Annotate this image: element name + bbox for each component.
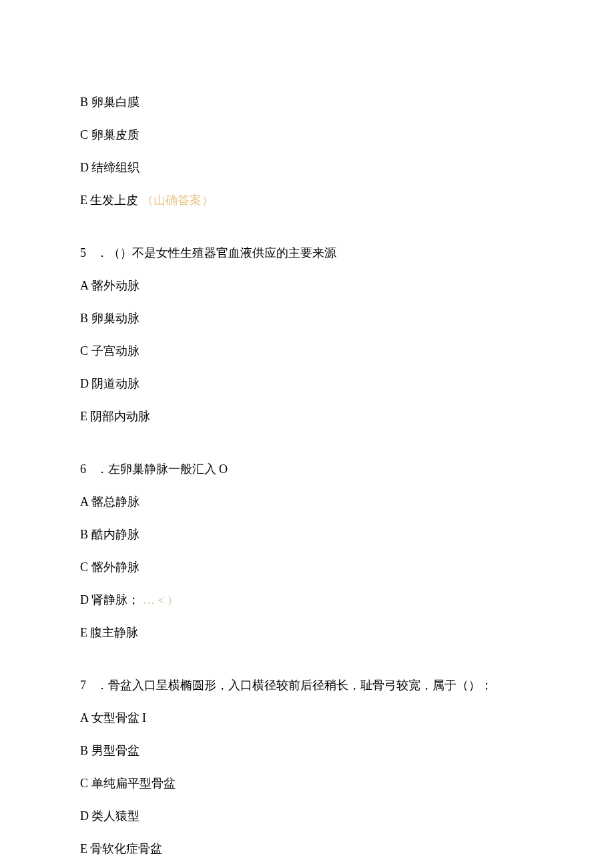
option-label: D 肾静脉； [80,593,140,606]
option-label: B 卵巢白膜 [80,95,139,109]
spacer [80,440,534,460]
option-label: A 髂外动脉 [80,279,139,292]
option-row: B 男型骨盆 [80,742,534,760]
option-row: B 卵巢白膜 [80,93,534,111]
option-row: C 髂外静脉 [80,558,534,576]
option-row: A 髂外动脉 [80,277,534,295]
option-row: C 单纯扁平型骨盆 [80,775,534,793]
question-number: 5 [80,244,93,262]
option-row: E 骨软化症骨盆 [80,840,534,858]
question-text: ．（）不是女性生殖器官血液供应的主要来源 [96,246,336,260]
spacer [80,657,534,677]
option-row: A 髂总静脉 [80,493,534,511]
question-stem: 6 ．左卵巢静脉一般汇入 O [80,460,534,478]
option-row: B 卵巢动脉 [80,310,534,328]
option-row: E 腹主静脉 [80,624,534,642]
option-label: D 结缔组织 [80,161,140,174]
option-label: A 女型骨盆 I [80,711,146,725]
option-row: C 卵巢皮质 [80,126,534,144]
option-row: D 肾静脉； …＜） [80,591,534,609]
option-label: E 生发上皮 [80,193,139,207]
option-label: C 髂外静脉 [80,560,139,574]
option-label: C 子宫动脉 [80,344,139,358]
option-row: A 女型骨盆 I [80,709,534,727]
option-label: B 酷内静脉 [80,528,139,541]
spacer [80,224,534,244]
option-label: E 腹主静脉 [80,626,139,639]
option-label: B 卵巢动脉 [80,312,139,325]
option-row: D 阴道动脉 [80,375,534,393]
question-text: ．骨盆入口呈横椭圆形，入口横径较前后径稍长，耻骨弓较宽，属于（）； [96,679,493,692]
document-page: B 卵巢白膜 C 卵巢皮质 D 结缔组织 E 生发上皮 （山确答案） 5 ．（）… [0,0,614,858]
option-label: E 阴部内动脉 [80,410,151,423]
option-label: E 骨软化症骨盆 [80,842,163,855]
option-label: C 卵巢皮质 [80,128,139,141]
option-row: D 结缔组织 [80,159,534,177]
option-row: E 生发上皮 （山确答案） [80,191,534,209]
question-stem: 5 ．（）不是女性生殖器官血液供应的主要来源 [80,244,534,262]
option-row: E 阴部内动脉 [80,408,534,426]
option-row: B 酷内静脉 [80,526,534,544]
correct-answer-marker: …＜） [143,593,179,606]
option-row: D 类人猿型 [80,807,534,825]
correct-answer-marker: （山确答案） [141,193,214,207]
question-number: 7 [80,677,93,695]
option-label: C 单纯扁平型骨盆 [80,777,176,790]
question-stem: 7 ．骨盆入口呈横椭圆形，入口横径较前后径稍长，耻骨弓较宽，属于（）； [80,677,534,695]
option-label: D 类人猿型 [80,809,140,823]
question-number: 6 [80,460,93,478]
option-label: D 阴道动脉 [80,377,140,390]
option-label: A 髂总静脉 [80,495,139,508]
option-row: C 子宫动脉 [80,342,534,360]
question-text: ．左卵巢静脉一般汇入 O [96,462,228,476]
option-label: B 男型骨盆 [80,744,139,757]
